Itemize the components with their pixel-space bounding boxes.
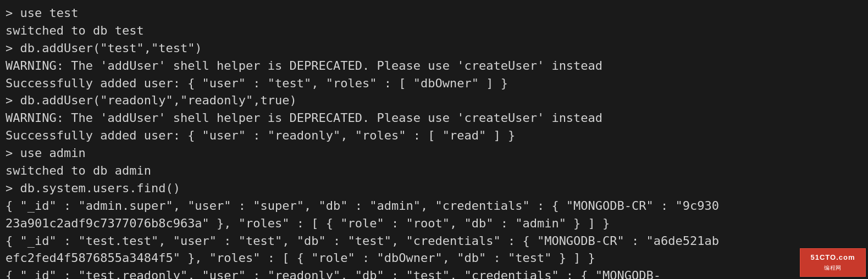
terminal-line: > use admin bbox=[5, 144, 863, 162]
watermark-top: 51CTO.com bbox=[810, 253, 855, 263]
watermark-bottom: 编程网 bbox=[824, 264, 842, 272]
terminal-window: > use testswitched to db test> db.addUse… bbox=[0, 0, 868, 279]
terminal-line: switched to db admin bbox=[5, 162, 863, 180]
terminal-line: { "_id" : "admin.super", "user" : "super… bbox=[5, 197, 863, 215]
terminal-content: > use testswitched to db test> db.addUse… bbox=[5, 4, 863, 279]
terminal-line: switched to db test bbox=[5, 22, 863, 40]
terminal-line: > use test bbox=[5, 4, 863, 22]
terminal-line: { "_id" : "test.readonly", "user" : "rea… bbox=[5, 267, 863, 279]
terminal-line: > db.system.users.find() bbox=[5, 180, 863, 197]
terminal-line: Successfully added user: { "user" : "rea… bbox=[5, 127, 863, 144]
watermark: 51CTO.com 编程网 bbox=[800, 248, 866, 277]
terminal-line: > db.addUser("test","test") bbox=[5, 40, 863, 57]
terminal-line: Successfully added user: { "user" : "tes… bbox=[5, 75, 863, 92]
terminal-line: { "_id" : "test.test", "user" : "test", … bbox=[5, 232, 863, 250]
terminal-line: WARNING: The 'addUser' shell helper is D… bbox=[5, 109, 863, 127]
terminal-line: 23a901c2adf9c7377076b8c963a" }, "roles" … bbox=[5, 215, 863, 232]
terminal-line: efc2fed4f5876855a3484f5" }, "roles" : [ … bbox=[5, 249, 863, 267]
terminal-line: WARNING: The 'addUser' shell helper is D… bbox=[5, 57, 863, 75]
terminal-line: > db.addUser("readonly","readonly",true) bbox=[5, 92, 863, 109]
